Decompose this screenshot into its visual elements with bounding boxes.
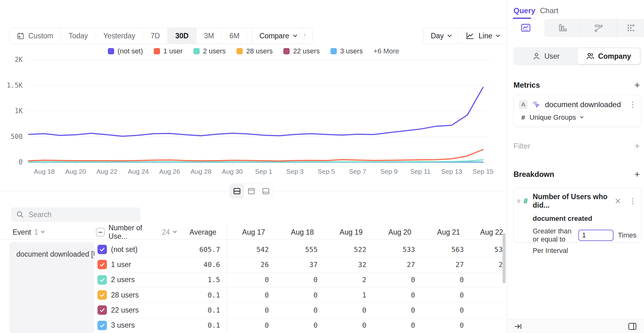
row-value: 0 — [220, 321, 269, 329]
row-value: 26 — [220, 261, 269, 269]
metric-event-name[interactable]: document downloaded — [545, 100, 621, 109]
series-1 user[interactable] — [29, 150, 483, 161]
row-checkbox[interactable] — [97, 275, 107, 285]
range-today[interactable]: Today — [61, 28, 96, 44]
range-30d[interactable]: 30D — [168, 28, 196, 44]
range-7d[interactable]: 7D — [143, 28, 168, 44]
group-column-header[interactable]: Number of Use... 24 — [96, 225, 176, 239]
range-yesterday[interactable]: Yesterday — [96, 28, 143, 44]
column-header-aug-18: Aug 18 — [265, 228, 314, 237]
entity-user-label: User — [544, 52, 560, 61]
y-tick-label: 500 — [11, 133, 23, 140]
add-metric-button[interactable]: + — [634, 80, 640, 90]
x-tick-label: Sep 15 — [473, 168, 494, 175]
legend-label: 28 users — [246, 47, 273, 55]
row-group: 1 user — [97, 260, 179, 269]
table-row-22-users[interactable]: 22 users0.1000000 — [9, 303, 503, 318]
metrics-title: Metrics — [514, 81, 540, 90]
select-all-checkbox[interactable] — [96, 228, 105, 237]
breakdown-card[interactable]: ≡ # Number of Users who did... ⋮ documen… — [514, 188, 641, 243]
tab-chart[interactable]: Chart — [540, 6, 558, 15]
granularity-label: Day — [431, 32, 444, 40]
metric-menu-button[interactable]: ⋮ — [629, 101, 636, 108]
table-row-3-users[interactable]: 3 users0.1000000 — [9, 318, 503, 333]
range-3m[interactable]: 3M — [197, 28, 222, 44]
row-value: 0 — [269, 321, 318, 329]
sidebar-footer — [507, 319, 644, 333]
table-row-28-users[interactable]: 28 users0.1001000 — [9, 287, 503, 303]
metric-measure-selector[interactable]: # Unique Groups — [521, 113, 636, 122]
chart-type-selector — [507, 19, 644, 37]
chart-type-button[interactable]: Line — [458, 28, 507, 44]
breakdown-menu-button[interactable]: ⋮ — [629, 197, 636, 205]
toggle-side-panel-button[interactable] — [628, 322, 637, 331]
chart-type-flow-button[interactable] — [580, 19, 617, 37]
top-panel-view-button[interactable] — [244, 184, 258, 198]
row-checkbox[interactable] — [97, 260, 107, 269]
add-filter-button[interactable]: + — [634, 141, 640, 151]
remove-breakdown-button[interactable] — [614, 198, 621, 205]
y-tick-label: 1K — [15, 107, 23, 115]
row-checkbox[interactable] — [97, 290, 107, 300]
people-icon — [586, 52, 594, 60]
entity-toggle: User Company — [514, 47, 641, 65]
range-custom[interactable]: Custom — [9, 28, 61, 44]
split-view-button[interactable] — [230, 184, 244, 198]
check-icon — [99, 277, 105, 283]
row-value: 27 — [415, 261, 464, 269]
legend-item[interactable]: 28 users — [236, 47, 273, 55]
drag-handle-icon[interactable]: ≡ — [517, 198, 520, 205]
event-column-header[interactable]: Event 1 — [9, 228, 96, 237]
series-(not set)[interactable] — [29, 87, 483, 136]
row-checkbox[interactable] — [97, 321, 107, 330]
bottom-panel-view-button[interactable] — [258, 184, 273, 198]
arrow-to-bar-icon — [514, 322, 522, 330]
x-tick-label: Sep 11 — [410, 168, 430, 175]
chart-type-label: Line — [479, 32, 492, 40]
add-breakdown-button[interactable]: + — [634, 170, 640, 179]
row-group: (not set) — [97, 245, 179, 254]
compare-button[interactable]: Compare — [252, 28, 304, 44]
row-value: 0 — [464, 291, 503, 299]
row-checkbox[interactable] — [97, 305, 107, 315]
chart-type-bar-button[interactable] — [544, 19, 580, 37]
range-6m[interactable]: 6M — [222, 28, 247, 44]
breakdown-value-input[interactable] — [578, 230, 613, 241]
granularity-button[interactable]: Day — [423, 28, 459, 44]
entity-option-company[interactable]: Company — [577, 48, 640, 64]
collapse-panel-button[interactable] — [514, 322, 522, 330]
x-tick-label: Aug 28 — [191, 168, 212, 175]
legend-more[interactable]: +6 More — [374, 47, 399, 55]
flow-chart-icon — [594, 23, 603, 33]
line-chart[interactable]: 05001K1.5K2KAug 18Aug 20Aug 22Aug 24Aug … — [0, 56, 507, 182]
indeterminate-icon — [98, 232, 103, 233]
legend-item[interactable]: 3 users — [330, 47, 363, 55]
search-input[interactable] — [29, 210, 136, 219]
metric-card[interactable]: A document downloaded ⋮ # Unique Groups — [514, 95, 641, 127]
chart-type-line-button[interactable] — [507, 19, 544, 37]
main-panel: CustomTodayYesterday7D30D3M6M12MXTD Comp… — [0, 0, 507, 333]
range-label: Custom — [28, 32, 53, 40]
table-row-2-users[interactable]: 2 users1.5002000 — [9, 272, 503, 287]
breakdown-title: Breakdown — [514, 170, 554, 179]
y-tick-label: 0 — [19, 158, 23, 166]
entity-option-user[interactable]: User — [515, 48, 577, 64]
breakdown-property-name[interactable]: Number of Users who did... — [533, 193, 611, 210]
table-row--not-set-[interactable]: (not set)605.7542555522533563530 — [9, 242, 503, 257]
tab-query[interactable]: Query — [514, 6, 535, 15]
x-tick-label: Aug 20 — [65, 168, 86, 175]
table-scrollbar[interactable] — [502, 233, 506, 283]
side-panel-icon — [628, 322, 637, 331]
chart-type-grid-button[interactable] — [617, 19, 644, 37]
legend-item[interactable]: (not set) — [108, 47, 143, 55]
row-value: 0 — [366, 291, 415, 299]
table-row-1-user[interactable]: 1 user40.6263732272728 — [9, 257, 503, 272]
breakdown-event-name[interactable]: document created — [533, 215, 636, 223]
layout-toggle-group — [229, 183, 273, 199]
legend-item[interactable]: 2 users — [193, 47, 226, 55]
row-group: 28 users — [97, 290, 179, 300]
legend-item[interactable]: 22 users — [283, 47, 319, 55]
legend-item[interactable]: 1 user — [154, 47, 183, 55]
row-checkbox[interactable] — [97, 245, 107, 254]
row-value: 0 — [464, 306, 503, 314]
